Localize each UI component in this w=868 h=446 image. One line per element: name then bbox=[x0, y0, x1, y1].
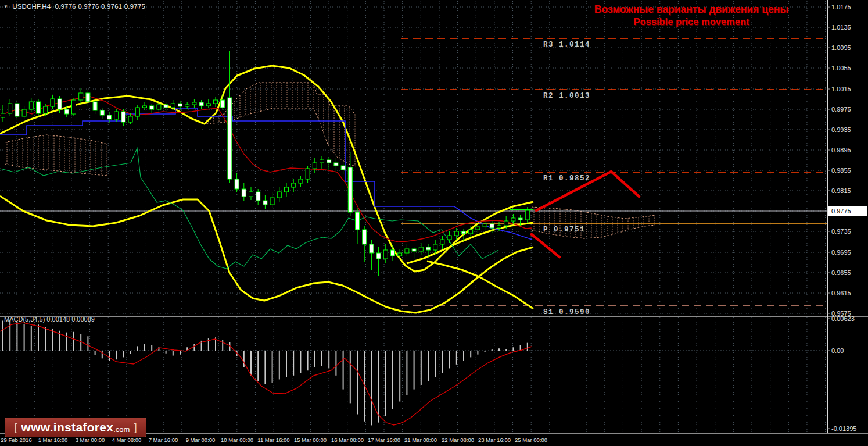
macd-axis-label: 0.00 bbox=[831, 347, 844, 354]
time-axis-label: 15 Mar 00:00 bbox=[294, 437, 327, 443]
annotation-title-en: Possible price movement bbox=[526, 16, 857, 28]
annotation-title: Возможные варианты движения цены Possibl… bbox=[526, 3, 857, 28]
price-axis-label: 0.9855 bbox=[831, 167, 851, 174]
price-axis-label: 1.0055 bbox=[831, 65, 851, 72]
time-axis-label: 25 Mar 00:00 bbox=[515, 437, 547, 443]
price-axis[interactable]: 1.01751.01351.00951.00551.00150.99750.99… bbox=[827, 3, 867, 432]
price-axis-label: 0.9695 bbox=[831, 249, 851, 256]
macd-header: MACD(5,34,5) 0.00148 0.00089 bbox=[4, 316, 95, 323]
price-axis-label: 0.9975 bbox=[831, 106, 851, 113]
pivot-label: R3 1.0114 bbox=[543, 41, 590, 49]
time-axis-label: 10 Mar 08:00 bbox=[221, 437, 253, 443]
logo-site-text: www.instaforex bbox=[21, 420, 114, 434]
macd-axis-label: -0.01395 bbox=[831, 425, 856, 432]
time-axis-label: 21 Mar 00:00 bbox=[404, 437, 437, 443]
time-axis-label: 7 Mar 16:00 bbox=[149, 437, 178, 443]
bollinger-band bbox=[0, 196, 533, 313]
macd-panel bbox=[0, 320, 532, 426]
macd-axis-label: 0.00623 bbox=[831, 315, 855, 322]
time-axis[interactable]: 29 Feb 20161 Mar 16:003 Mar 00:004 Mar 0… bbox=[1, 437, 547, 443]
time-axis-label: 3 Mar 00:00 bbox=[76, 437, 105, 443]
logo-tld-text: .com bbox=[113, 425, 130, 434]
ohlc-values: 0.9776 0.9776 0.9761 0.9775 bbox=[55, 3, 145, 10]
time-axis-label: 29 Feb 2016 bbox=[1, 437, 31, 443]
kijun-line bbox=[0, 108, 532, 240]
chart-window: R3 1.0114R2 1.0013R1 0.9852P 0.9751S1 0.… bbox=[0, 0, 868, 446]
pivot-label: R1 0.9852 bbox=[543, 174, 590, 183]
bollinger-band bbox=[427, 261, 533, 309]
annotation-title-ru: Возможные варианты движения цены bbox=[526, 3, 857, 16]
symbol-header: ▼ USDCHF,H4 0.9776 0.9776 0.9761 0.9775 bbox=[3, 3, 145, 10]
current-price-label: 0.9775 bbox=[831, 208, 851, 215]
time-axis-label: 4 Mar 08:00 bbox=[112, 437, 142, 443]
time-axis-label: 17 Mar 16:00 bbox=[368, 437, 400, 443]
pivot-lines bbox=[401, 38, 827, 306]
price-axis-label: 0.9615 bbox=[831, 290, 851, 297]
time-axis-label: 16 Mar 08:00 bbox=[331, 437, 364, 443]
time-axis-label: 11 Mar 16:00 bbox=[257, 437, 289, 443]
chart-canvas[interactable]: R3 1.0114R2 1.0013R1 0.9852P 0.9751S1 0.… bbox=[0, 0, 868, 446]
forecast-arrow-down bbox=[532, 234, 559, 257]
logo-open-bracket: [ bbox=[14, 421, 17, 434]
time-axis-label: 22 Mar 08:00 bbox=[442, 437, 474, 443]
symbol-title: USDCHF,H4 bbox=[12, 3, 51, 10]
pivot-label: P 0.9751 bbox=[543, 226, 585, 234]
price-axis-label: 1.0015 bbox=[831, 85, 851, 92]
price-axis-label: 0.9735 bbox=[831, 228, 851, 235]
tenkan-line bbox=[0, 97, 532, 242]
pivot-label: R2 1.0013 bbox=[543, 92, 590, 100]
time-axis-label: 9 Mar 00:00 bbox=[186, 437, 216, 443]
time-axis-label: 1 Mar 16:00 bbox=[38, 437, 68, 443]
panel-frames bbox=[0, 0, 868, 434]
forecast-arrows bbox=[532, 172, 639, 257]
logo-close-bracket: ] bbox=[134, 421, 137, 434]
instaforex-logo[interactable]: [ www.instaforex .com ] bbox=[5, 418, 146, 437]
price-axis-label: 0.9815 bbox=[831, 187, 851, 194]
symbol-dropdown-icon[interactable]: ▼ bbox=[3, 4, 8, 9]
price-axis-label: 0.9935 bbox=[831, 126, 851, 133]
pivot-labels: R3 1.0114R2 1.0013R1 0.9852P 0.9751S1 0.… bbox=[543, 41, 590, 316]
time-axis-label: 23 Mar 16:00 bbox=[478, 437, 511, 443]
price-axis-label: 0.9655 bbox=[831, 269, 851, 276]
price-axis-label: 0.9895 bbox=[831, 147, 851, 154]
macd-signal-line bbox=[0, 323, 532, 425]
indicator-overlays bbox=[0, 66, 533, 313]
price-axis-label: 1.0095 bbox=[831, 44, 851, 51]
